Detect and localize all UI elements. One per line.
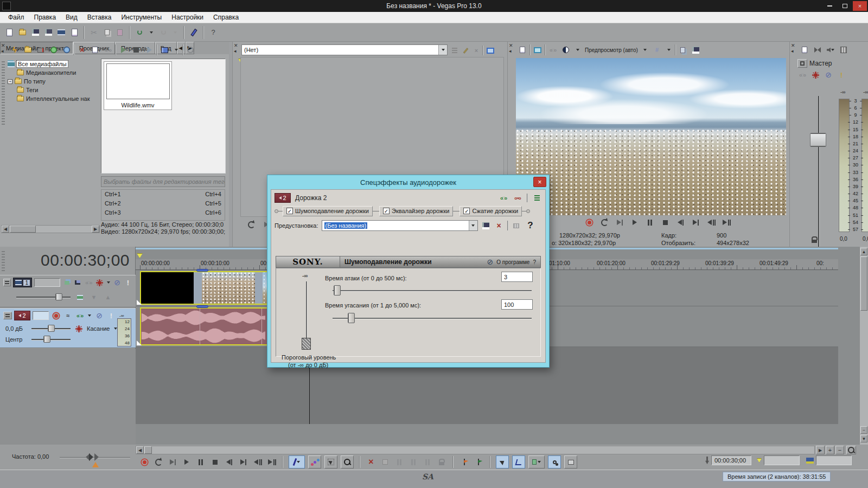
audio-track-header[interactable]: 2 ≈ o□o ⊘ ! -∞ 12243648 0,0 дБ Касание [0,308,136,348]
downmix-icon[interactable] [812,44,824,56]
menu-item[interactable]: Правка [29,12,61,22]
zoom-out-time-icon[interactable]: − [835,446,844,454]
split-screen-dropdown-icon[interactable] [573,45,583,55]
fx-chain-compressor[interactable]: ✓ Сжатие дорожки [459,206,522,216]
preview-cursor-icon[interactable] [143,44,155,56]
menu-item[interactable]: Вставка [82,12,117,22]
auto-ripple-button[interactable] [528,455,545,468]
meter-options-icon[interactable] [838,44,850,56]
import-media-icon[interactable] [22,44,34,56]
expand-icon[interactable]: + [8,79,12,84]
event-group-handle[interactable] [196,305,208,308]
new-project-icon[interactable] [3,27,15,38]
panel-grip[interactable] [2,61,5,126]
slip-icon[interactable] [422,457,433,467]
project-properties-icon[interactable] [516,44,528,56]
video-output-fx-icon[interactable]: o□o [547,44,559,56]
plugin-help-link[interactable]: ? [533,259,536,265]
redo-dropdown-icon[interactable] [170,28,180,37]
sort-icon[interactable] [450,46,459,55]
timeline-hscrollbar[interactable]: ◀ [136,446,815,454]
track1-collapse-icon[interactable] [3,279,11,286]
menu-item[interactable]: Инструменты [116,12,167,22]
lock-event-icon[interactable] [436,457,447,467]
plugin-help-icon[interactable]: ? [525,220,537,232]
panel-pin-icon[interactable]: ◂ [1,48,7,54]
trim-start-icon[interactable] [380,457,391,467]
panel-close-icon[interactable]: ✕ [791,43,796,48]
track2-name-input[interactable] [33,311,49,320]
copy-frame-icon[interactable] [677,44,689,56]
selection-tool-button[interactable] [324,455,337,468]
threshold-slider-track[interactable] [306,281,307,345]
rate-reset-marker[interactable] [92,462,99,467]
go-to-end-icon[interactable] [690,217,701,227]
master-fader-thumb[interactable] [810,133,826,147]
edit-details-icon[interactable] [68,27,80,38]
overlays-grid-icon[interactable]: # [651,44,663,56]
preset-combo[interactable]: (Без названия) [322,220,478,231]
checkbox-icon[interactable]: ✓ [463,208,470,214]
fx-chain-noise-gate[interactable]: ✓ Шумоподавление дорожки [283,206,373,216]
mixer-properties-icon[interactable] [799,44,810,56]
checkbox-icon[interactable]: ✓ [286,208,293,214]
insert-fx-icon[interactable]: o□o [499,193,508,203]
record-icon[interactable] [139,457,150,467]
pause-icon[interactable] [644,217,655,227]
scroll-right-icon[interactable]: ▶ [92,226,99,233]
track2-collapse-icon[interactable] [3,312,12,319]
timeline-vscrollbar[interactable]: ▲ − ▼ [859,247,868,445]
organize-presets-icon[interactable] [512,221,521,230]
compositing-child-icon[interactable] [62,278,71,287]
save-frame-icon[interactable] [690,44,702,56]
attack-value-field[interactable]: 3 [501,272,533,282]
fade-handle[interactable] [137,341,142,345]
attack-slider-track[interactable] [333,290,532,291]
save-preset-icon[interactable] [481,221,491,230]
zoom-tool-button[interactable] [341,455,354,468]
video-event[interactable] [140,271,268,305]
media-clip-card[interactable]: Wildlife.wmv [104,61,172,110]
release-slider-thumb[interactable] [348,313,355,323]
close-button[interactable]: × [853,1,867,11]
previous-frame-icon[interactable] [252,457,263,467]
quantize-frames-button[interactable] [512,455,525,468]
rate-slider-thumb[interactable] [86,453,99,461]
record-icon[interactable] [584,217,595,227]
undo-icon[interactable] [133,27,145,38]
search-icon[interactable] [184,44,196,56]
whats-this-help-icon[interactable]: ? [207,27,219,38]
bypass-icon[interactable]: ⊘ [487,258,494,266]
go-to-start-icon[interactable] [675,217,686,227]
remove-fx-icon[interactable]: o×o [513,193,522,203]
raise-track-icon[interactable]: ▲ [103,293,113,301]
panel-pin-icon[interactable]: ◂ [509,48,514,54]
tree-item-media-bins[interactable]: Медианакопители [8,68,100,77]
menu-item[interactable]: Файл [3,12,29,22]
redo-icon[interactable] [157,27,169,38]
envelope-tool-button[interactable] [308,455,321,468]
insert-marker-icon[interactable] [459,457,470,467]
mute-icon[interactable]: ⊘ [824,70,833,80]
interactive-tutorials-icon[interactable] [188,27,200,38]
stop-preview-icon[interactable] [130,44,142,56]
about-link[interactable]: О программе [496,259,529,265]
attack-slider-thumb[interactable] [334,285,341,296]
normal-edit-tool-button[interactable] [289,455,305,468]
project-properties-icon[interactable] [55,27,67,38]
search-media-icon[interactable] [61,44,73,56]
track1-solo-icon[interactable]: ! [124,278,132,287]
tree-scrollbar[interactable]: ◀ ▶ [1,225,100,233]
play-icon[interactable] [181,457,192,467]
menu-item[interactable]: Настройки [167,12,208,22]
release-value-field[interactable]: 100 [501,299,533,310]
preview-quality-label[interactable]: Предпросмотр (авто) [585,47,638,53]
media-properties-icon[interactable] [89,44,101,56]
edit-pen-icon[interactable] [461,46,470,55]
composite-mode-icon[interactable] [73,278,82,287]
overlays-dropdown-icon[interactable] [664,45,674,55]
bus-icon[interactable] [797,59,807,68]
undo-dropdown-icon[interactable] [146,28,156,37]
maximize-button[interactable] [838,1,852,11]
track1-name-input[interactable] [34,278,60,287]
